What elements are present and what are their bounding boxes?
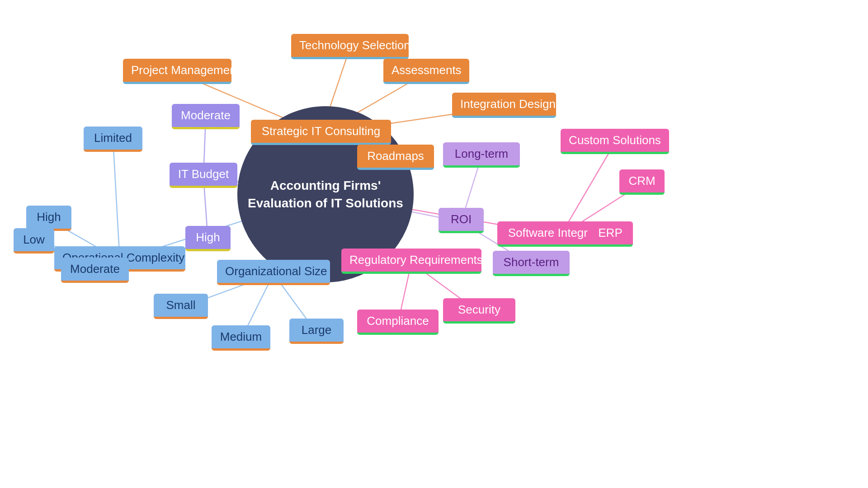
moderate-budget-node: Moderate (172, 104, 240, 129)
organizational-size-node: Organizational Size (217, 260, 330, 285)
short-term-node: Short-term (493, 251, 570, 276)
compliance-node: Compliance (357, 310, 439, 335)
medium-node: Medium (212, 325, 270, 351)
strategic-it-consulting-node: Strategic IT Consulting (251, 120, 391, 145)
security-node: Security (443, 298, 515, 324)
regulatory-requirements-node: Regulatory Requirements (341, 249, 481, 274)
mind-map-canvas: Accounting Firms' Evaluation of IT Solut… (0, 0, 868, 488)
assessments-node: Assessments (383, 59, 469, 84)
moderate-complexity-node: Moderate (61, 258, 129, 283)
custom-solutions-node: Custom Solutions (561, 129, 669, 154)
high-budget-node: High (185, 226, 231, 251)
roi-node: ROI (439, 208, 484, 233)
roadmaps-node: Roadmaps (357, 145, 434, 170)
technology-selection-node: Technology Selection (291, 34, 409, 59)
large-node: Large (289, 319, 344, 344)
high-complexity-node: High (26, 206, 71, 231)
integration-design-node: Integration Design (452, 93, 556, 118)
project-management-node: Project Management (123, 59, 231, 84)
small-node: Small (154, 294, 208, 319)
crm-node: CRM (619, 169, 665, 195)
svg-line-10 (113, 141, 120, 260)
long-term-node: Long-term (443, 142, 520, 168)
limited-node: Limited (84, 127, 142, 152)
low-node: Low (14, 228, 54, 253)
erp-node: ERP (588, 221, 633, 247)
it-budget-node: IT Budget (170, 163, 237, 188)
